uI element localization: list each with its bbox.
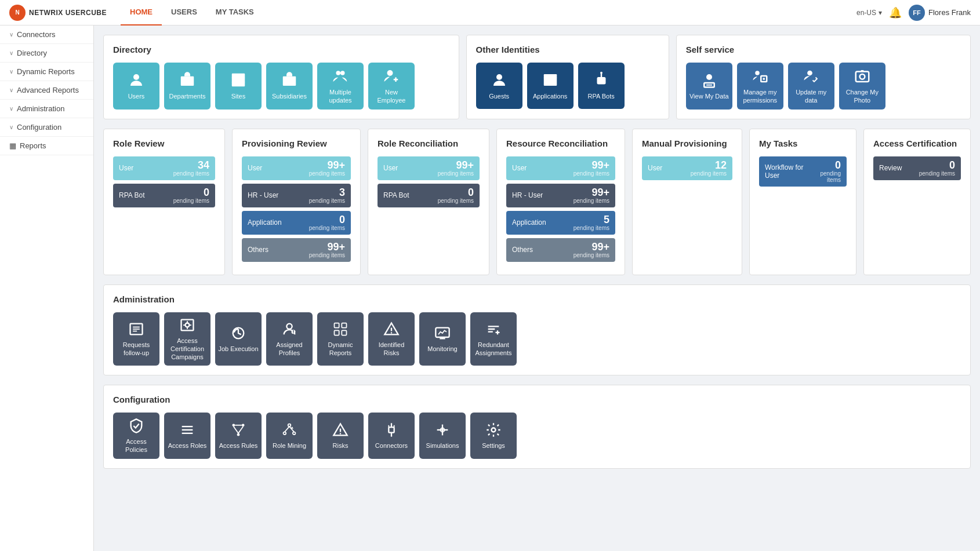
ss-manageperm-btn[interactable]: Manage my permissions	[737, 63, 783, 110]
ss-updatemydata-btn[interactable]: Update my data	[788, 63, 834, 110]
notification-bell[interactable]: 🔔	[889, 6, 902, 19]
svg-point-11	[496, 74, 502, 80]
chevron-icon: ∨	[9, 87, 13, 93]
cfg-simulations-btn[interactable]: Simulations	[419, 413, 466, 459]
review-row[interactable]: User 99+pending items	[242, 156, 351, 180]
admin-requests-btn[interactable]: Requests follow-up	[113, 312, 159, 366]
ss-changephoto-btn[interactable]: Change My Photo	[839, 63, 885, 110]
svg-point-26	[763, 78, 765, 80]
svg-rect-43	[335, 330, 339, 335]
svg-point-29	[859, 74, 865, 79]
self-service-title: Self service	[686, 45, 961, 54]
admin-identified-risks-btn[interactable]: Identified Risks	[368, 312, 415, 366]
user-menu[interactable]: FF Flores Frank	[909, 5, 971, 21]
cfg-settings-btn[interactable]: Settings	[470, 413, 517, 459]
review-row[interactable]: HR - User 99+pending items	[506, 184, 615, 207]
sidebar-item-configuration[interactable]: ∨ Configuration	[0, 118, 93, 137]
review-row[interactable]: Review 0pending items	[873, 156, 961, 180]
review-row[interactable]: User 12pending items	[642, 156, 732, 180]
self-service-section: Self service View My Data Manage my perm…	[676, 35, 971, 119]
admin-dynamic-reports-btn[interactable]: Dynamic Reports	[317, 312, 364, 366]
admin-monitoring-btn[interactable]: Monitoring	[419, 312, 466, 366]
sidebar-item-advanced-reports[interactable]: ∨ Advanced Reports	[0, 81, 93, 100]
role-review-title: Role Review	[113, 138, 215, 148]
sidebar-item-reports[interactable]: ▦ Reports	[0, 137, 93, 155]
review-row[interactable]: RPA Bot 0pending items	[113, 184, 215, 207]
review-row[interactable]: Application 0pending items	[242, 211, 351, 235]
logo[interactable]: N NETWRIX USERCUBE	[9, 5, 107, 21]
nav-right: en-US ▾ 🔔 FF Flores Frank	[856, 5, 971, 21]
nav-home[interactable]: HOME	[121, 0, 162, 25]
review-row[interactable]: RPA Bot 0pending items	[378, 184, 480, 207]
svg-point-55	[233, 424, 235, 427]
ss-viewmydata-btn[interactable]: View My Data	[686, 63, 732, 110]
review-row[interactable]: Application 5pending items	[506, 211, 615, 235]
sidebar-item-administration[interactable]: ∨ Administration	[0, 100, 93, 118]
directory-section: Directory Users Departments Sites Subsid…	[103, 35, 459, 119]
cfg-access-rules-btn[interactable]: Access Rules	[215, 413, 262, 459]
admin-job-execution-btn[interactable]: Job Execution	[215, 312, 262, 366]
oi-rpabots-btn[interactable]: RPA Bots	[578, 63, 625, 109]
chevron-icon: ∨	[9, 105, 13, 112]
svg-point-62	[284, 432, 286, 435]
review-row[interactable]: HR - User 3pending items	[242, 184, 351, 207]
svg-point-76	[492, 428, 496, 432]
chevron-down-icon: ▾	[879, 9, 882, 17]
reports-icon: ▦	[9, 141, 16, 150]
review-row[interactable]: Others 99+pending items	[506, 238, 615, 262]
dir-users-btn[interactable]: Users	[113, 63, 159, 110]
sidebar: ∨ Connectors ∨ Directory ∨ Dynamic Repor…	[0, 25, 94, 551]
svg-rect-42	[342, 323, 346, 327]
dir-multiple-updates-btn[interactable]: Multiple updates	[317, 63, 364, 110]
administration-grid: Requests follow-up Access Certification …	[113, 312, 961, 366]
username: Flores Frank	[928, 8, 971, 17]
dir-sites-btn[interactable]: Sites	[215, 63, 262, 110]
provisioning-review-card: Provisioning Review ⤢ User 99+pending it…	[232, 129, 361, 275]
svg-line-59	[238, 426, 243, 433]
top-row: Directory Users Departments Sites Subsid…	[103, 35, 971, 119]
oi-guests-btn[interactable]: Guests	[476, 63, 522, 109]
sidebar-item-directory[interactable]: ∨ Directory	[0, 44, 93, 63]
svg-point-38	[292, 330, 296, 334]
logo-icon: N	[9, 5, 26, 21]
dir-new-employee-btn[interactable]: New Employee	[368, 63, 415, 110]
cfg-access-roles-btn[interactable]: Access Roles	[164, 413, 210, 459]
svg-rect-44	[342, 330, 346, 335]
self-service-grid: View My Data Manage my permissions Updat…	[686, 63, 961, 110]
cfg-role-mining-btn[interactable]: Role Mining	[266, 413, 313, 459]
review-row[interactable]: User 34pending items	[113, 156, 215, 180]
svg-rect-70	[389, 428, 394, 433]
oi-applications-btn[interactable]: Applications	[527, 63, 574, 109]
review-row[interactable]: User 99+pending items	[378, 156, 480, 180]
other-identities-section: Other Identities Guests Applications RPA…	[466, 35, 669, 119]
configuration-section: Configuration Access Policies Access Rol…	[103, 385, 971, 469]
directory-title: Directory	[113, 45, 449, 54]
lang-selector[interactable]: en-US ▾	[856, 9, 882, 17]
nav-items: HOME USERS MY TASKS	[121, 0, 263, 25]
svg-rect-12	[543, 74, 557, 86]
admin-redundant-assignments-btn[interactable]: Redundant Assignments	[470, 312, 517, 366]
top-nav: N NETWRIX USERCUBE HOME USERS MY TASKS e…	[0, 0, 980, 25]
chevron-icon: ∨	[9, 124, 13, 130]
cfg-risks-btn[interactable]: Risks	[317, 413, 364, 459]
sidebar-item-connectors[interactable]: ∨ Connectors	[0, 25, 93, 44]
svg-point-46	[391, 332, 392, 333]
dir-subsidiaries-btn[interactable]: Subsidiaries	[266, 63, 313, 110]
cfg-connectors-btn[interactable]: Connectors	[368, 413, 415, 459]
sidebar-item-dynamic-reports[interactable]: ∨ Dynamic Reports	[0, 63, 93, 81]
dir-departments-btn[interactable]: Departments	[164, 63, 210, 110]
nav-users[interactable]: USERS	[162, 0, 206, 25]
access-certification-card: Access Certification Review 0pending ite…	[863, 129, 971, 275]
nav-mytasks[interactable]: MY TASKS	[206, 0, 263, 25]
review-row[interactable]: Others 99+pending items	[242, 238, 351, 262]
admin-assigned-profiles-btn[interactable]: Assigned Profiles	[266, 312, 313, 366]
svg-point-8	[387, 70, 393, 76]
cfg-access-policies-btn[interactable]: Access Policies	[113, 413, 159, 459]
directory-grid: Users Departments Sites Subsidiaries Mul…	[113, 63, 449, 110]
review-row[interactable]: User 99+pending items	[506, 156, 615, 180]
administration-title: Administration	[113, 294, 961, 304]
configuration-title: Configuration	[113, 395, 961, 404]
admin-access-cert-campaigns-btn[interactable]: Access Certification Campaigns	[164, 312, 210, 366]
review-row[interactable]: Workflow for User 0pending items	[759, 156, 847, 187]
svg-point-57	[237, 433, 240, 436]
